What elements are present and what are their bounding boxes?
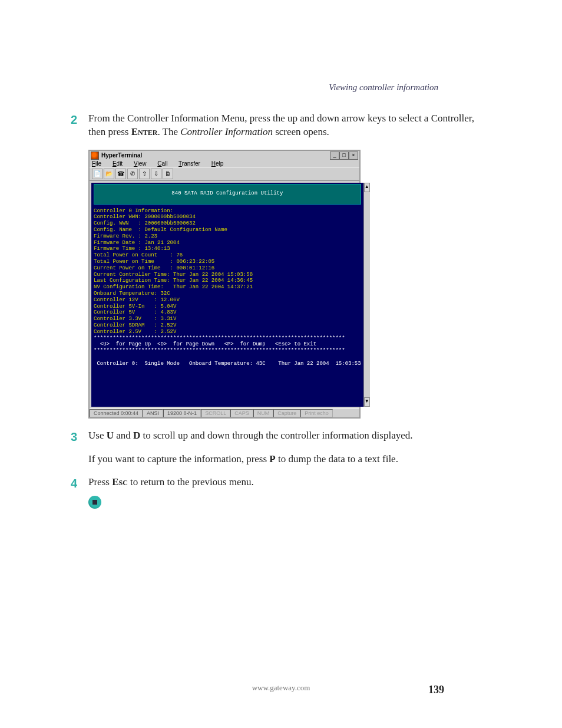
- term-commands: <U> for Page Up <D> for Page Down <P> fo…: [94, 341, 361, 348]
- term-line: Config. Name : Default Configuration Nam…: [94, 227, 361, 233]
- running-header: Viewing controller information: [329, 83, 438, 93]
- menu-view[interactable]: View: [134, 160, 151, 167]
- step-2: 2 From the Controller Information Menu, …: [71, 112, 491, 139]
- status-connection: Connected 0:00:44: [90, 409, 143, 417]
- page-number: 139: [428, 684, 444, 696]
- new-file-icon[interactable]: 📄: [92, 169, 103, 179]
- step-number: 4: [71, 476, 82, 490]
- term-line: Onboard Temperature: 32C: [94, 291, 361, 297]
- term-line: Total Power on Count : 76: [94, 252, 361, 259]
- window-titlebar: HyperTerminal _ □ ×: [90, 151, 359, 160]
- toolbar: 📄 📂 ☎ ✆ ⇧ ⇩ 🗎: [90, 167, 359, 181]
- status-scroll: SCROLL: [201, 409, 230, 417]
- term-line: Firmware Rev. : 2.23: [94, 233, 361, 240]
- term-line: Firmware Time : 13:40:13: [94, 246, 361, 252]
- text: Press: [88, 476, 112, 487]
- step-text: Use U and D to scroll up and down throug…: [88, 429, 413, 443]
- statusbar: Connected 0:00:44 ANSI 19200 8-N-1 SCROL…: [90, 409, 359, 417]
- step-text: From the Controller Information Menu, pr…: [88, 112, 491, 139]
- hangup-icon[interactable]: ✆: [127, 169, 138, 179]
- send-icon[interactable]: ⇧: [139, 169, 150, 179]
- menubar: File Edit View Call Transfer Help: [90, 160, 359, 167]
- footer-url: www.gateway.com: [0, 683, 562, 693]
- hyperterminal-window: HyperTerminal _ □ × File Edit View Call …: [88, 150, 361, 419]
- text: screen opens.: [273, 126, 329, 137]
- receive-icon[interactable]: ⇩: [151, 169, 161, 179]
- text: . The: [157, 126, 180, 137]
- step-number: 3: [71, 429, 82, 443]
- term-line: Config. WWN : 2000000bb5000032: [94, 220, 361, 227]
- key-u: U: [107, 430, 114, 441]
- term-line: Current Power on Time : 000:01:12:16: [94, 265, 361, 272]
- stop-icon: [92, 500, 97, 505]
- maximize-button[interactable]: □: [339, 151, 349, 160]
- key-enter: Enter: [131, 126, 158, 137]
- text: to return to the previous menu.: [128, 476, 254, 487]
- key-esc: Esc: [112, 476, 128, 487]
- status-capture: Capture: [273, 409, 300, 417]
- menu-file[interactable]: File: [92, 160, 106, 167]
- scrollbar[interactable]: ▲ ▼: [363, 183, 370, 407]
- key-d: D: [133, 430, 140, 441]
- minimize-button[interactable]: _: [330, 151, 339, 160]
- window-title: HyperTerminal: [101, 152, 328, 159]
- step-4: 4 Press Esc to return to the previous me…: [71, 476, 491, 490]
- term-status-line: Controller 0: Single Mode Onboard Temper…: [94, 361, 361, 367]
- text: to dump the data to a text file.: [276, 453, 398, 465]
- term-line: Controller SDRAM : 2.52V: [94, 322, 361, 329]
- screen-name: Controller Information: [180, 126, 273, 137]
- term-line: NV Configuration Time: Thur Jan 22 2004 …: [94, 284, 361, 291]
- status-caps: CAPS: [230, 409, 253, 417]
- status-printecho: Print echo: [300, 409, 333, 417]
- menu-edit[interactable]: Edit: [113, 160, 127, 167]
- scroll-up-icon[interactable]: ▲: [364, 183, 370, 192]
- step-3-note: If you want to capture the information, …: [88, 453, 491, 466]
- open-folder-icon[interactable]: 📂: [104, 169, 114, 179]
- key-p: P: [269, 453, 275, 465]
- term-line: Controller 12V : 12.06V: [94, 297, 361, 304]
- step-number: 2: [71, 112, 82, 126]
- end-of-procedure-icon: [88, 496, 101, 509]
- close-button[interactable]: ×: [349, 151, 358, 160]
- term-divider: ****************************************…: [94, 348, 361, 354]
- menu-call[interactable]: Call: [157, 160, 172, 167]
- menu-transfer[interactable]: Transfer: [178, 160, 205, 167]
- term-line: Current Controller Time: Thur Jan 22 200…: [94, 272, 361, 278]
- text: to scroll up and down through the contro…: [140, 430, 412, 441]
- text: If you want to capture the information, …: [88, 453, 269, 465]
- status-config: 19200 8-N-1: [163, 409, 201, 417]
- status-emulation: ANSI: [143, 409, 163, 417]
- step-3: 3 Use U and D to scroll up and down thro…: [71, 429, 491, 443]
- terminal-title: 840 SATA RAID Configuration Utility: [94, 184, 361, 205]
- term-line: Controller 5V : 4.83V: [94, 309, 361, 316]
- term-line: Total Power on Time : 006:23:22:05: [94, 259, 361, 265]
- text: Use: [88, 430, 107, 441]
- term-line: Controller 2.5V : 2.52V: [94, 329, 361, 335]
- call-icon[interactable]: ☎: [115, 169, 126, 179]
- terminal-area[interactable]: 840 SATA RAID Configuration Utility Cont…: [91, 183, 363, 407]
- text: and: [114, 430, 133, 441]
- term-line: Firmware Date : Jan 21 2004: [94, 240, 361, 246]
- term-line: Controller WWN: 2000000bb5000034: [94, 214, 361, 220]
- term-divider: ****************************************…: [94, 335, 361, 342]
- properties-icon[interactable]: 🗎: [163, 169, 173, 179]
- term-line: Controller 5V-In : 5.04V: [94, 304, 361, 310]
- step-text: Press Esc to return to the previous menu…: [88, 476, 254, 489]
- status-num: NUM: [253, 409, 274, 417]
- term-blank: [94, 354, 361, 361]
- term-line: Controller 3.3V : 3.31V: [94, 316, 361, 322]
- term-line: Last Configuration Time: Thur Jan 22 200…: [94, 278, 361, 284]
- term-line: Controller 0 Information:: [94, 208, 361, 215]
- scroll-down-icon[interactable]: ▼: [364, 397, 370, 407]
- menu-help[interactable]: Help: [211, 160, 229, 167]
- app-icon: [91, 151, 99, 160]
